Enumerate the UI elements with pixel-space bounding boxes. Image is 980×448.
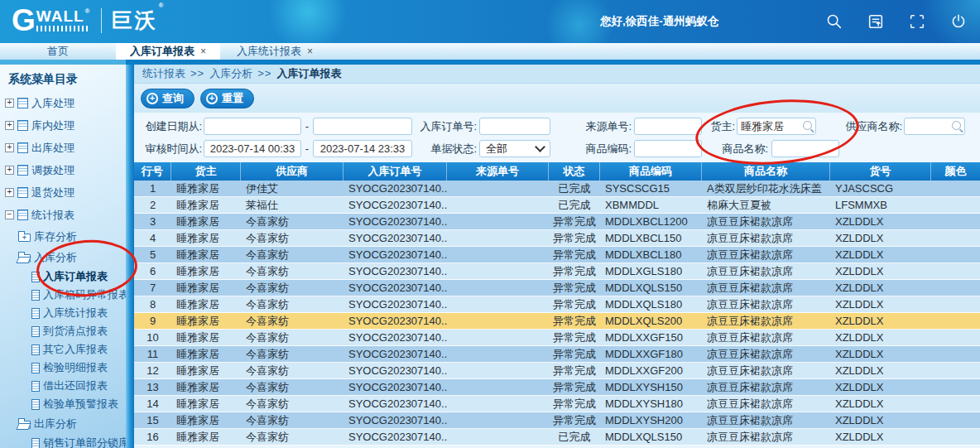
- table-cell: [931, 230, 980, 246]
- table-row[interactable]: 13睡雅家居今喜家纺SYOCG202307140...异常完成MDDLXYSH1…: [134, 379, 980, 396]
- sidebar-item[interactable]: 到货清点报表: [0, 322, 126, 340]
- table-cell: MDDLXXGF200: [600, 363, 702, 378]
- column-header[interactable]: 颜色: [931, 162, 980, 181]
- sidebar-item-label: 统计报表: [31, 208, 74, 223]
- column-header[interactable]: 状态: [549, 162, 600, 181]
- fullscreen-icon[interactable]: [908, 12, 926, 31]
- table-cell: [931, 379, 980, 395]
- tab[interactable]: 入库统计报表×: [220, 43, 329, 60]
- tab-active[interactable]: 入库订单报表×: [116, 43, 220, 60]
- document-icon: [31, 381, 40, 392]
- expand-plus-icon[interactable]: +: [5, 143, 14, 152]
- sidebar-item[interactable]: +库内处理: [0, 114, 126, 137]
- column-header[interactable]: 货号: [830, 162, 931, 181]
- export-icon[interactable]: [867, 12, 885, 31]
- sidebar-item[interactable]: +调拨处理: [0, 159, 126, 181]
- sidebar-item[interactable]: +退货处理: [0, 181, 126, 204]
- tab[interactable]: 首页: [0, 43, 116, 60]
- close-icon[interactable]: ×: [307, 46, 313, 56]
- column-header[interactable]: 供应商: [241, 162, 343, 181]
- search-icon[interactable]: [952, 121, 961, 130]
- table-cell: 异常完成: [549, 330, 600, 345]
- table-cell: [931, 313, 980, 329]
- column-header[interactable]: 商品编码: [600, 162, 702, 181]
- table-cell: 伊佳艾: [241, 181, 343, 196]
- sidebar-item[interactable]: 检验单预警报表: [0, 395, 126, 413]
- document-icon: [31, 272, 40, 282]
- table-cell: XZLDDLX: [830, 379, 931, 395]
- table-cell: 14: [134, 396, 171, 412]
- sidebar-item[interactable]: +入库处理: [0, 92, 126, 114]
- create-date-to-input[interactable]: [313, 118, 412, 135]
- sidebar-item[interactable]: −统计报表: [0, 204, 126, 226]
- search-icon[interactable]: [803, 121, 812, 130]
- table-row[interactable]: 4睡雅家居今喜家纺SYOCG202307140...异常完成MDDLXBCL15…: [134, 230, 980, 247]
- item-name-input[interactable]: [771, 140, 839, 157]
- table-cell: 凉豆豆床裙款凉席: [702, 363, 830, 378]
- sidebar-item[interactable]: +库存分析: [0, 226, 126, 247]
- table-cell: [447, 247, 549, 263]
- expand-plus-icon[interactable]: +: [5, 166, 14, 175]
- column-header[interactable]: 货主: [171, 162, 241, 181]
- table-cell: 8: [134, 296, 171, 312]
- table-cell: [931, 181, 980, 196]
- power-icon[interactable]: [949, 12, 968, 31]
- column-header[interactable]: 行号: [134, 162, 171, 181]
- close-icon[interactable]: ×: [200, 46, 206, 56]
- table-row[interactable]: 15睡雅家居今喜家纺SYOCG202307140...异常完成MDDLXYSH2…: [134, 412, 980, 429]
- search-icon[interactable]: [825, 12, 843, 31]
- sidebar-item[interactable]: 检验明细报表: [0, 359, 126, 377]
- table-cell: MDDLXXGF180: [600, 346, 702, 362]
- table-cell: SYOCG202307140...: [343, 263, 447, 279]
- table-row[interactable]: 8睡雅家居今喜家纺SYOCG202307140...异常完成MDDLXQLS18…: [134, 296, 980, 313]
- table-row[interactable]: 10睡雅家居今喜家纺SYOCG202307140...异常完成MDDLXXGF1…: [134, 330, 980, 346]
- audit-time-from-input[interactable]: [204, 140, 301, 157]
- table-row[interactable]: 1睡雅家居伊佳艾SYOCG202307140...已完成SYSCSCG15A类双…: [134, 181, 980, 197]
- table-row-selected[interactable]: 9睡雅家居今喜家纺SYOCG202307140...异常完成MDDLXQLS20…: [134, 313, 980, 330]
- logo-letter-g: G: [12, 5, 35, 36]
- create-date-from-input[interactable]: [204, 118, 301, 135]
- table-row[interactable]: 12睡雅家居今喜家纺SYOCG202307140...异常完成MDDLXXGF2…: [134, 363, 980, 379]
- expand-plus-icon[interactable]: +: [5, 188, 14, 197]
- date-range-separator: -: [302, 118, 312, 135]
- sidebar-item[interactable]: 出库分析: [0, 413, 126, 434]
- column-header[interactable]: 来源单号: [447, 162, 549, 181]
- reset-button[interactable]: + 重置: [200, 89, 254, 108]
- breadcrumb-item[interactable]: 统计报表: [142, 65, 185, 83]
- table-row[interactable]: 7睡雅家居今喜家纺SYOCG202307140...异常完成MDDLXQLS15…: [134, 280, 980, 296]
- column-header[interactable]: 入库订单号: [343, 162, 447, 181]
- table-row[interactable]: 3睡雅家居今喜家纺SYOCG202307140...异常完成MDDLXBCL12…: [134, 214, 980, 230]
- table-row[interactable]: 2睡雅家居莱福仕SYOCG202307140...已完成XBMMDDL棉麻大豆夏…: [134, 197, 980, 214]
- breadcrumb-item[interactable]: 入库分析: [209, 65, 252, 83]
- sidebar-item[interactable]: 其它入库报表: [0, 340, 126, 359]
- doc-status-select[interactable]: 全部: [479, 140, 550, 157]
- table-cell: 异常完成: [549, 247, 600, 263]
- table-row[interactable]: 5睡雅家居今喜家纺SYOCG202307140...异常完成MDDLXBCL18…: [134, 247, 980, 263]
- table-cell: 3: [134, 214, 171, 229]
- table-row[interactable]: 11睡雅家居今喜家纺SYOCG202307140...异常完成MDDLXXGF1…: [134, 346, 980, 363]
- table-row[interactable]: 16睡雅家居今喜家纺SYOCG202307140...已完成MDDLXQLS15…: [134, 429, 980, 446]
- sidebar-item-active[interactable]: 入库订单报表: [0, 267, 126, 286]
- table-cell: [931, 330, 980, 345]
- table-row[interactable]: 6睡雅家居今喜家纺SYOCG202307140...异常完成MDDLXGLS18…: [134, 263, 980, 280]
- sidebar-item[interactable]: 借出还回报表: [0, 377, 126, 395]
- audit-time-to-input[interactable]: [313, 140, 412, 157]
- sidebar-item[interactable]: +出库处理: [0, 137, 126, 159]
- inbound-order-no-input[interactable]: [479, 118, 550, 135]
- sidebar-item[interactable]: 入库分析: [0, 247, 126, 267]
- item-code-input[interactable]: [634, 140, 702, 157]
- sidebar-item-label: 入库订单报表: [43, 269, 108, 284]
- collapse-minus-icon[interactable]: −: [5, 210, 14, 219]
- sidebar-scrollbar[interactable]: [126, 65, 134, 448]
- column-header[interactable]: 商品名称: [702, 162, 830, 181]
- table-row[interactable]: 14睡雅家居今喜家纺SYOCG202307140...异常完成MDDLXYSH1…: [134, 396, 980, 412]
- query-button[interactable]: + 查询: [141, 89, 195, 108]
- sidebar-item[interactable]: 销售订单部分锁库报: [0, 434, 126, 448]
- table-cell: 5: [134, 247, 171, 263]
- expand-plus-icon[interactable]: +: [5, 99, 14, 108]
- breadcrumb-item[interactable]: 入库订单报表: [276, 65, 341, 83]
- sidebar-item[interactable]: 入库统计报表: [0, 304, 126, 322]
- expand-plus-icon[interactable]: +: [5, 121, 14, 130]
- source-no-input[interactable]: [634, 118, 702, 135]
- sidebar-item[interactable]: 入库箱码异常报表: [0, 286, 126, 304]
